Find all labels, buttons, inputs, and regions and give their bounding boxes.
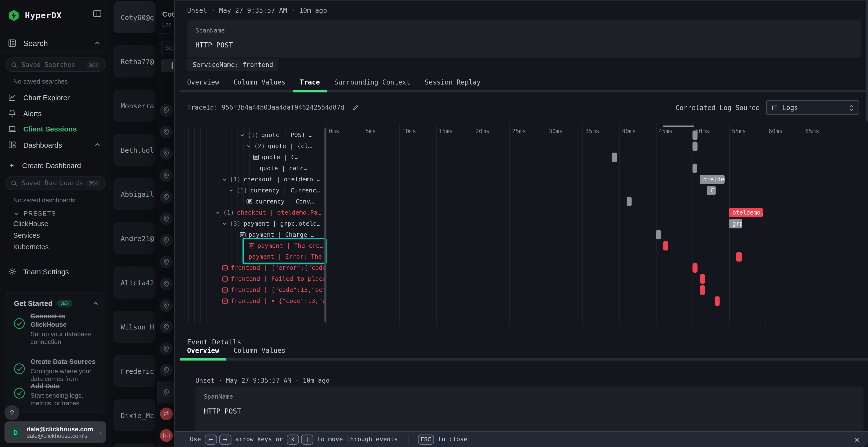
session-event[interactable] [157,186,175,208]
panel-scrollbar[interactable] [866,0,868,121]
session-event[interactable] [157,403,175,425]
tab-surrounding-context[interactable]: Surrounding Context [327,75,417,90]
tree-scrollbar[interactable] [324,128,326,322]
session-search-input[interactable]: Sea [161,41,175,56]
chevron-up-icon[interactable] [94,40,101,46]
help-button[interactable]: ? [4,405,19,420]
session-card[interactable]: Alicia42 [114,267,156,299]
trace-log-row[interactable]: frontend | {"code":13,"det… [187,284,325,295]
session-card[interactable]: Dixie_Mc [114,399,156,431]
trace-span-row[interactable]: quote | calc… [187,163,325,174]
sidebar-item-dashboards[interactable]: Dashboards [0,138,111,151]
collapse-sidebar-icon[interactable] [92,9,102,18]
pin-icon [160,364,173,377]
edit-trace-icon[interactable] [352,104,359,111]
session-card[interactable]: Coty60@g [114,1,156,33]
session-action-button[interactable] [161,59,175,72]
sidebar-item-alerts[interactable]: Alerts [0,107,111,120]
session-card[interactable]: Andre21@ [114,222,156,254]
session-event[interactable] [157,143,175,165]
sidebar-item-chart-explorer[interactable]: Chart Explorer [0,91,111,104]
session-card[interactable]: Retha77@ [114,45,156,77]
chevron-down-icon[interactable] [228,187,234,193]
trace-span-row[interactable]: (1)checkout | oteldemo.Pa… [187,207,325,218]
trace-span-row[interactable]: (1)currency | Currenc… [187,185,325,196]
trace-span-row[interactable]: (3)payment | grpc.oteld… [187,218,325,229]
span-duration-bar[interactable]: C [707,185,716,195]
session-event[interactable] [157,100,175,122]
preset-item-kubernetes[interactable]: Kubernetes [13,243,49,251]
sidebar-item-search[interactable]: Search [0,37,111,50]
span-duration-bar[interactable] [692,130,698,140]
span-duration-bar[interactable] [663,241,669,250]
trace-log-row[interactable]: frontend | Failed to place… [187,273,325,284]
session-event[interactable] [157,251,175,273]
get-started-step[interactable]: Connect to ClickHouseSet up your databas… [13,312,100,346]
session-event[interactable] [157,381,175,403]
session-event[interactable] [157,424,175,447]
chevron-down-icon[interactable] [222,221,227,226]
span-duration-bar[interactable]: oteldemo [700,174,725,184]
chevron-up-icon[interactable] [92,300,99,307]
session-event[interactable] [157,208,175,230]
span-duration-bar[interactable] [737,252,742,261]
session-event[interactable] [157,359,175,382]
span-duration-bar[interactable]: grp [729,219,742,228]
session-card[interactable]: Wilson_H [114,311,156,343]
tab-column-values[interactable]: Column Values [226,343,293,358]
presets-toggle[interactable]: PRESETS [5,207,116,220]
trace-log-row[interactable]: frontend | × {"code":13,"d… [187,295,325,306]
span-duration-bar[interactable] [692,263,698,272]
trace-span-row[interactable]: (2)quote | {cl… [187,140,325,151]
session-event[interactable] [157,338,175,360]
session-event[interactable] [157,316,175,338]
span-duration-bar[interactable] [714,296,719,305]
tab-overview[interactable]: Overview [180,343,226,358]
session-event[interactable] [157,273,175,295]
close-icon[interactable]: ✕ [851,434,863,445]
span-duration-bar[interactable] [692,163,697,173]
span-duration-bar[interactable] [656,230,661,239]
session-card[interactable]: Monserra [114,90,156,122]
chevron-down-icon[interactable] [215,210,220,215]
saved-dashboards-input[interactable]: Saved Dashboards ⌘K [5,176,105,190]
tab-session-replay[interactable]: Session Replay [417,75,488,90]
span-duration-bar[interactable] [627,197,632,206]
session-card[interactable] [114,443,156,447]
trace-log-row[interactable]: quote | C… [187,151,325,163]
chart-explorer-icon [8,93,17,102]
chevron-up-icon[interactable] [94,142,101,148]
span-duration-bar[interactable]: oteldemo. [729,208,763,217]
tab-column-values[interactable]: Column Values [226,75,293,90]
chevron-down-icon[interactable] [246,143,251,148]
saved-searches-input[interactable]: Saved Searches ⌘K [5,58,105,72]
trace-span-row[interactable]: (1)checkout | oteldemo.… [187,174,325,185]
session-event[interactable] [157,230,175,252]
get-started-step[interactable]: Add DataStart sending logs, metrics, or … [13,382,100,407]
session-card[interactable]: Frederic [114,355,156,387]
span-duration-bar[interactable] [692,141,698,151]
create-dashboard-button[interactable]: + Create Dashboard [0,159,111,172]
session-event[interactable] [157,295,175,317]
tab-overview[interactable]: Overview [180,75,226,90]
session-event[interactable] [157,121,175,143]
chevron-down-icon[interactable] [222,177,227,182]
span-duration-bar[interactable] [700,274,705,283]
preset-item-services[interactable]: Services [13,232,40,239]
user-menu[interactable]: D dale@clickhouse.com dale@clickhouse.co… [4,421,106,443]
trace-span-row[interactable]: (1)quote | POST … [187,129,325,140]
sidebar-item-team-settings[interactable]: Team Settings [0,265,111,278]
session-card[interactable]: Beth.Gol [114,134,156,166]
tab-trace[interactable]: Trace [293,75,327,90]
log-source-select[interactable]: Logs [766,100,859,115]
sidebar-item-client-sessions[interactable]: Client Sessions [0,122,111,135]
session-event[interactable] [157,165,175,187]
span-duration-bar[interactable] [700,285,705,295]
service-name-chip[interactable]: ServiceName: frontend [187,59,279,71]
trace-log-row[interactable]: currency | Conv… [187,196,325,207]
preset-item-clickhouse[interactable]: ClickHouse [13,220,48,228]
get-started-step[interactable]: Create Data SourcesConfigure where your … [13,358,100,382]
chevron-down-icon[interactable] [240,133,245,138]
session-card[interactable]: Abbigail [114,178,156,210]
span-duration-bar[interactable] [612,152,617,162]
